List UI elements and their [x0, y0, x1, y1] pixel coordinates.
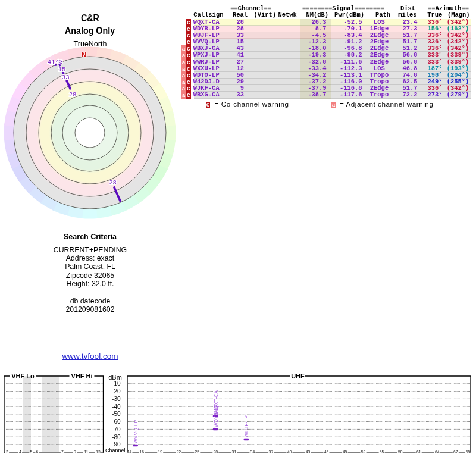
svg-text:67: 67 [453, 450, 458, 454]
svg-text:61: 61 [416, 450, 421, 454]
svg-text:28: 28 [69, 91, 77, 98]
svg-text:-70: -70 [112, 426, 121, 433]
svg-text:VHF Hi: VHF Hi [71, 373, 92, 380]
svg-text:-30: -30 [112, 396, 121, 402]
svg-text:13: 13 [96, 450, 101, 454]
svg-text:25: 25 [195, 450, 200, 454]
svg-text:-60: -60 [112, 418, 121, 425]
svg-text:2: 2 [6, 450, 8, 454]
svg-text:VHF Lo: VHF Lo [11, 373, 35, 380]
svg-text:58: 58 [398, 450, 403, 454]
svg-text:7: 7 [61, 450, 64, 454]
svg-text:15: 15 [58, 66, 66, 73]
svg-text:19: 19 [158, 450, 162, 454]
svg-text:-50: -50 [112, 411, 121, 417]
svg-text:WVVQ-LP: WVVQ-LP [133, 420, 139, 443]
svg-text:dBm: dBm [108, 374, 122, 381]
svg-text:64: 64 [435, 450, 440, 454]
svg-text:-10: -10 [112, 380, 121, 387]
svg-text:16: 16 [139, 450, 144, 454]
svg-text:14: 14 [127, 450, 132, 454]
svg-text:-80: -80 [112, 434, 121, 440]
svg-text:28: 28 [214, 450, 218, 454]
svg-text:33: 33 [62, 74, 70, 81]
svg-text:31: 31 [232, 450, 237, 454]
svg-text:6: 6 [36, 450, 39, 454]
svg-text:55: 55 [380, 450, 384, 454]
svg-text:-20: -20 [112, 388, 121, 395]
svg-text:11: 11 [84, 450, 88, 454]
svg-text:9: 9 [74, 450, 76, 454]
svg-text:69: 69 [466, 450, 471, 454]
svg-text:46: 46 [324, 450, 329, 454]
svg-text:41: 41 [48, 59, 55, 66]
svg-text:WDYB-LP: WDYB-LP [213, 404, 219, 427]
svg-text:34: 34 [250, 450, 255, 454]
svg-text:UHF: UHF [291, 373, 305, 380]
svg-text:49: 49 [343, 450, 347, 454]
svg-text:5: 5 [30, 450, 33, 454]
svg-text:28: 28 [109, 179, 117, 186]
svg-text:52: 52 [361, 450, 366, 454]
svg-text:Channel: Channel [105, 447, 126, 453]
svg-text:WUJF-LP: WUJF-LP [243, 415, 249, 438]
svg-text:40: 40 [287, 450, 292, 454]
svg-text:37: 37 [269, 450, 274, 454]
svg-text:4: 4 [19, 450, 21, 454]
svg-text:-40: -40 [112, 403, 121, 410]
svg-text:43: 43 [306, 450, 311, 454]
svg-text:43: 43 [55, 58, 63, 65]
svg-text:22: 22 [177, 450, 181, 454]
